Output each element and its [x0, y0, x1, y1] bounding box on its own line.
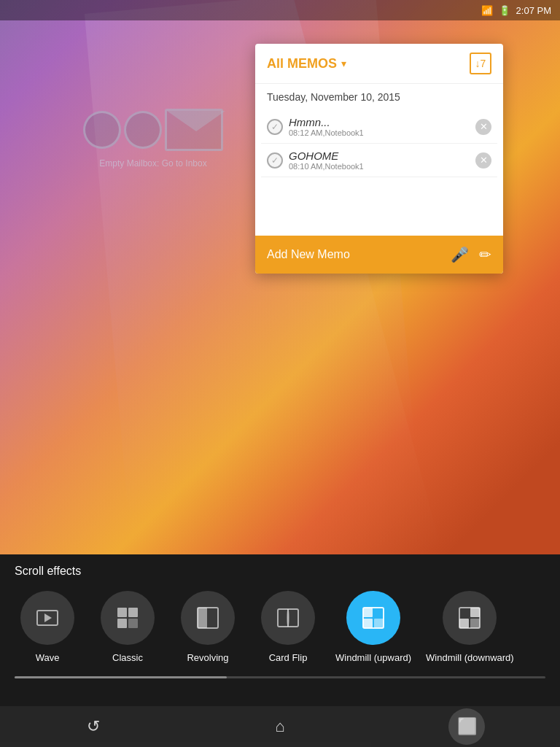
memo-sort-button[interactable]: ↓7 [470, 53, 491, 74]
effect-classic[interactable]: Classic [95, 591, 160, 665]
effect-label-windmill-down: Windmill (downward) [426, 652, 514, 665]
checkmark-1: ✓ [271, 122, 279, 132]
effect-windmill-down[interactable]: Windmill (downward) [426, 591, 514, 665]
svg-rect-5 [128, 619, 138, 628]
effect-cardflip[interactable]: Card Flip [255, 591, 321, 665]
memo-header: All MEMOS ▾ ↓7 [255, 44, 503, 84]
effect-circle-revolving [181, 591, 235, 645]
memo-dropdown-icon: ▾ [341, 58, 346, 69]
memo-item-2[interactable]: ✓ GOHOME 08:10 AM,Notebook1 ✕ [261, 144, 497, 177]
memo-checkbox-2[interactable]: ✓ [267, 152, 283, 169]
svg-rect-14 [374, 619, 384, 628]
cardflip-icon [275, 605, 301, 631]
memo-list: ✓ Hmmn... 08:12 AM,Notebook1 ✕ ✓ GOHOME … [255, 110, 503, 177]
effects-progress [15, 676, 545, 678]
svg-rect-18 [470, 619, 480, 628]
effect-label-classic: Classic [112, 652, 143, 665]
memo-text-1: Hmmn... [289, 116, 470, 128]
nav-bar: ↺ ⌂ ⬜ [0, 706, 560, 747]
windmill-up-icon [360, 605, 386, 631]
svg-rect-13 [363, 619, 373, 628]
email-circle-2 [124, 111, 162, 149]
effect-circle-classic [101, 591, 155, 645]
email-envelope [165, 109, 223, 151]
memo-checkbox-1[interactable]: ✓ [267, 119, 283, 135]
back-icon: ↺ [87, 717, 100, 736]
effect-circle-windmill-up [346, 591, 400, 645]
mic-icon[interactable]: 🎤 [451, 246, 469, 263]
email-label: Empty Mailbox: Go to Inbox [99, 158, 206, 169]
checkmark-2: ✓ [271, 155, 279, 166]
effect-revolving[interactable]: Revolving [175, 591, 241, 665]
svg-rect-2 [117, 608, 127, 617]
status-time: 2:07 PM [516, 5, 551, 16]
memo-add-icons: 🎤 ✏ [451, 246, 491, 263]
memo-text-2: GOHOME [289, 150, 470, 162]
memo-sort-label: ↓7 [475, 58, 486, 69]
effect-wave[interactable]: Wave [15, 591, 80, 665]
add-memo-label: Add New Memo [267, 248, 350, 261]
recent-icon: ⬜ [457, 717, 477, 736]
svg-marker-1 [44, 614, 52, 622]
wave-icon [34, 605, 61, 631]
svg-rect-7 [198, 608, 207, 628]
svg-rect-16 [470, 608, 480, 617]
effect-circle-wave [20, 591, 74, 645]
battery-icon: 🔋 [499, 5, 510, 16]
svg-rect-3 [128, 608, 138, 617]
effect-label-revolving: Revolving [187, 652, 228, 665]
memo-spacer [255, 177, 503, 236]
effect-label-windmill-up: Windmill (upward) [335, 652, 411, 665]
svg-rect-4 [117, 619, 127, 628]
memo-title: All MEMOS [267, 56, 337, 71]
memo-date: Tuesday, November 10, 2015 [255, 84, 503, 110]
memo-delete-2[interactable]: ✕ [475, 152, 491, 169]
effects-list: Wave Classic Revolving [0, 585, 560, 665]
effect-circle-cardflip [261, 591, 315, 645]
status-bar: 📶 🔋 2:07 PM [0, 0, 560, 20]
home-button[interactable]: ⌂ [262, 708, 298, 745]
memo-meta-2: 08:10 AM,Notebook1 [289, 162, 470, 171]
svg-rect-12 [363, 608, 373, 617]
email-icon-group [83, 109, 223, 151]
edit-icon[interactable]: ✏ [479, 246, 491, 263]
email-widget[interactable]: Empty Mailbox: Go to Inbox [58, 44, 248, 233]
memo-item-1[interactable]: ✓ Hmmn... 08:12 AM,Notebook1 ✕ [261, 110, 497, 144]
home-icon: ⌂ [275, 717, 284, 736]
svg-rect-17 [459, 619, 469, 628]
wifi-icon: 📶 [481, 5, 493, 16]
memo-meta-1: 08:12 AM,Notebook1 [289, 128, 470, 137]
memo-delete-1[interactable]: ✕ [475, 119, 491, 135]
classic-icon [114, 605, 141, 631]
memo-content-1: Hmmn... 08:12 AM,Notebook1 [289, 116, 470, 137]
memo-content-2: GOHOME 08:10 AM,Notebook1 [289, 150, 470, 171]
svg-point-10 [287, 609, 289, 627]
effect-label-cardflip: Card Flip [269, 652, 308, 665]
effect-label-wave: Wave [36, 652, 60, 665]
effect-windmill-up[interactable]: Windmill (upward) [335, 591, 411, 665]
widget-area: Empty Mailbox: Go to Inbox All MEMOS ▾ ↓… [58, 44, 503, 533]
effect-circle-windmill-down [443, 591, 497, 645]
recent-button[interactable]: ⬜ [448, 708, 485, 745]
revolving-icon [195, 605, 221, 631]
memo-title-row[interactable]: All MEMOS ▾ [267, 56, 346, 71]
scroll-effects-title: Scroll effects [0, 554, 560, 585]
email-circle-1 [83, 111, 121, 149]
memo-widget: All MEMOS ▾ ↓7 Tuesday, November 10, 201… [255, 44, 503, 274]
windmill-down-icon [456, 605, 483, 631]
back-button[interactable]: ↺ [75, 708, 112, 745]
add-memo-button[interactable]: Add New Memo 🎤 ✏ [255, 236, 503, 274]
